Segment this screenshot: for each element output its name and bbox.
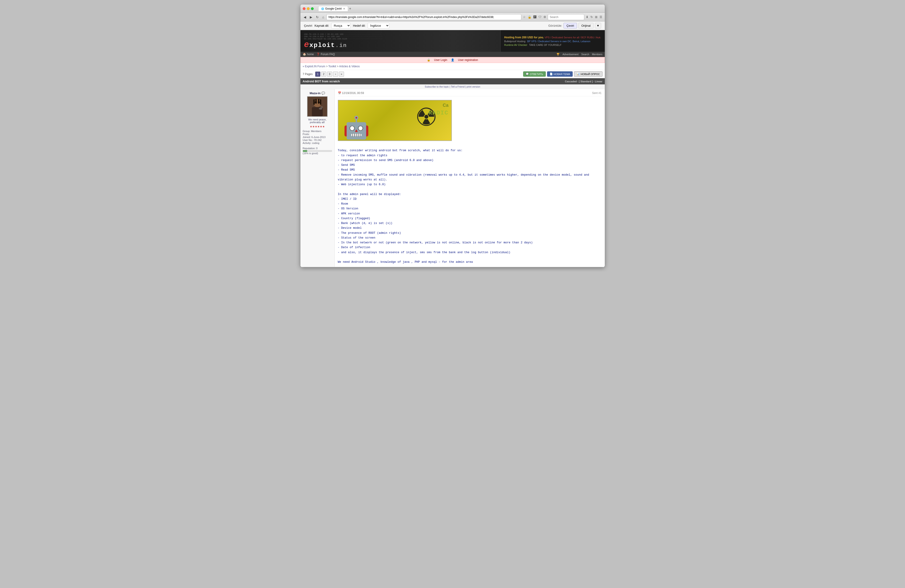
translate-bar: Çeviri Kaynak dil: Rusça Hedef dil: İngi… [300, 21, 605, 30]
svg-rect-5 [313, 99, 315, 105]
members-link[interactable]: Members [592, 53, 602, 56]
print-link[interactable]: print version [467, 85, 480, 88]
new-poll-label: НОВЫЙ ОПРОС [581, 73, 600, 75]
author-activity: Activity: coding [303, 141, 332, 145]
author-group: Group: Members [303, 130, 332, 132]
view-label: Görüntüle: [548, 24, 562, 27]
view-mode: Cascaded · [ Standard ] · Linear [565, 80, 602, 83]
grid-icon[interactable]: ⊞ [594, 15, 598, 19]
forum-nav-right: 🏆 Advertisement Search Members [556, 53, 602, 56]
breadcrumb-forum[interactable]: » Exploit.IN Forum [303, 65, 325, 68]
hosting-title: Hosting from 200 USD for you. [504, 36, 544, 39]
nav-home-link[interactable]: home [307, 53, 314, 56]
new-topic-label: НОВАЯ ТЕМА [554, 73, 570, 75]
forum-content: 0100110101010011011010100101010011010100… [300, 30, 605, 267]
browser-window: 🌐 Google Çeviri ✕ + ◀ ▶ ↻ ⌂ ☆ 🔒 🅿 🛡 ⚙ ⬇ … [300, 5, 605, 267]
banner-left: 200.78.136.9.128 / 95.82.105.108 200.78.… [300, 30, 500, 52]
shield-icon[interactable]: 🛡 [538, 15, 542, 19]
reply-button[interactable]: 💬 ОТВЕТИТЬ [523, 72, 546, 76]
subscribe-link[interactable]: Subscribe to the topic [425, 85, 449, 88]
page-1-button[interactable]: 1 [315, 72, 320, 76]
bulletproof-val[interactable]: BP VPS / Dedicated Servers in own DC. Be… [527, 40, 591, 43]
translate-view-button[interactable]: Çeviri [564, 23, 577, 29]
search-input[interactable] [548, 14, 584, 20]
page-last-button[interactable]: » [339, 72, 344, 76]
new-poll-button[interactable]: 📊 НОВЫЙ ОПРОС [574, 72, 602, 76]
forum-nav: 🏠 home ❓ Forum FAQ 🏆 Advertisement Searc… [300, 52, 605, 57]
nav-faq-link[interactable]: Forum FAQ [321, 53, 335, 56]
address-bar[interactable] [326, 14, 521, 20]
new-poll-icon: 📊 [576, 73, 580, 75]
pocket-icon[interactable]: 🅿 [533, 15, 537, 19]
forward-button[interactable]: ▶ [308, 14, 314, 20]
search-link[interactable]: Search [581, 53, 589, 56]
bookmark-icon[interactable]: ☆ [522, 15, 526, 19]
target-language-select[interactable]: İngilizce [368, 23, 389, 29]
user-register-link[interactable]: User registration [458, 59, 478, 62]
php-link[interactable]: PHP [414, 261, 420, 264]
refresh-button[interactable]: ↻ [314, 14, 320, 20]
new-tab-button[interactable]: + [349, 6, 351, 11]
reputation-bar [303, 150, 332, 152]
window-controls [303, 7, 314, 10]
android-studio-link[interactable]: Android Studio [351, 261, 375, 264]
android-icon: 🤖 [343, 115, 370, 140]
active-tab[interactable]: 🌐 Google Çeviri ✕ [318, 6, 348, 11]
translate-dropdown-button[interactable]: ▼ [595, 23, 601, 29]
page-next-button[interactable]: › [333, 72, 338, 76]
nuclear-icon: ☢ [415, 103, 438, 132]
post-number: Sent #1 [592, 91, 601, 95]
banner-ip-text: 200.78.136.9.128 / 95.82.105.108 200.78.… [304, 33, 497, 40]
maximize-button[interactable] [311, 7, 314, 10]
author-user-no: User No.: 70 242 [303, 139, 332, 141]
author-posts: Posts: [303, 133, 332, 135]
thread-title: Android BOT from scratch [303, 79, 340, 83]
settings-icon[interactable]: ⚙ [543, 15, 547, 19]
minimize-button[interactable] [307, 7, 310, 10]
tab-close-icon[interactable]: ✕ [343, 7, 345, 10]
original-view-button[interactable]: Orijinal [578, 23, 593, 29]
mysql-link[interactable]: mysql [428, 261, 437, 264]
title-bar: 🌐 Google Çeviri ✕ + [300, 5, 605, 13]
post-container: Maza-in 💬 [300, 89, 605, 267]
tell-friend-link[interactable]: Tell a Friend [451, 85, 465, 88]
lock-icon[interactable]: 🔒 [527, 15, 532, 19]
post-image: ☢ 🤖 Ca RADIC [338, 100, 452, 141]
post-date: 📅 12/19/2016, 00:59 [338, 91, 364, 95]
page-2-button[interactable]: 2 [321, 72, 326, 76]
menu-icon[interactable]: ☰ [599, 15, 603, 19]
java-link[interactable]: java [403, 261, 410, 264]
breadcrumb-toolkit[interactable]: Toolkit [328, 65, 336, 68]
close-button[interactable] [303, 7, 305, 10]
new-topic-button[interactable]: 📄 НОВАЯ ТЕМА [547, 72, 573, 76]
advertisement-icon: 🏆 [556, 53, 560, 56]
source-language-select[interactable]: Rusça [331, 23, 351, 29]
reply-label: ОТВЕТИТЬ [530, 73, 543, 75]
svg-rect-7 [318, 99, 319, 104]
user-login-link[interactable]: User Login [434, 59, 447, 62]
avatar-image [308, 97, 327, 116]
back-button[interactable]: ◀ [302, 14, 308, 20]
reputation-fill [303, 150, 308, 152]
banner-right: Hosting from 200 USD for you. VPS / Dedi… [500, 30, 605, 52]
forum-logo[interactable]: exploit.in [304, 40, 497, 49]
tab-bar: 🌐 Google Çeviri ✕ + [318, 6, 602, 11]
page-3-button[interactable]: 3 [327, 72, 332, 76]
home-button[interactable]: ⌂ [321, 14, 325, 20]
runtime-key: Runtime AV Checker [504, 44, 527, 46]
author-chat-icon[interactable]: 💬 [321, 91, 325, 95]
author-name-text: Maza-in [310, 91, 321, 95]
breadcrumb-sep2: > [337, 65, 339, 68]
breadcrumb-articles[interactable]: Articles & Videos [339, 65, 360, 68]
pages-label: 7 Pages [303, 73, 313, 76]
svg-point-10 [320, 106, 323, 108]
author-stars: ★★★★★★ [310, 125, 325, 128]
refresh-icon[interactable]: ↻ [590, 15, 594, 19]
nav-icons: ☆ 🔒 🅿 🛡 ⚙ [522, 15, 547, 19]
advertisement-link[interactable]: Advertisement [562, 53, 578, 56]
post-image-container: ☢ 🤖 Ca RADIC [338, 100, 452, 141]
download-icon[interactable]: ⬇ [585, 15, 589, 19]
svg-rect-8 [320, 99, 321, 105]
svg-rect-6 [315, 99, 317, 104]
forum-banner: 0100110101010011011010100101010011010100… [300, 30, 605, 52]
